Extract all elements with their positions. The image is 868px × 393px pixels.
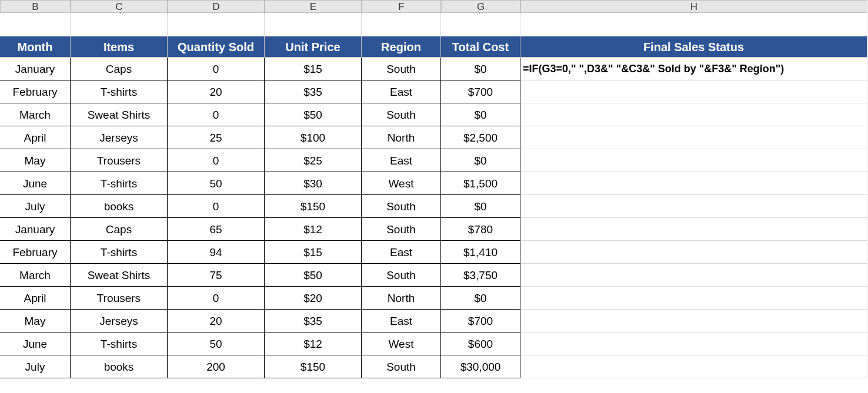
unit-price-cell[interactable]: $25 (265, 149, 362, 172)
items-cell[interactable]: Sweat Shirts (71, 103, 168, 126)
header-items[interactable]: Items (71, 36, 168, 58)
header-quantity[interactable]: Quantity Sold (168, 36, 265, 58)
total-cost-cell[interactable]: $3,750 (441, 264, 520, 287)
month-cell[interactable]: June (0, 332, 71, 355)
quantity-cell[interactable]: 75 (168, 264, 265, 287)
region-cell[interactable]: West (362, 172, 441, 195)
header-month[interactable]: Month (0, 36, 71, 58)
status-cell[interactable] (520, 310, 867, 332)
total-cost-cell[interactable]: $30,000 (441, 355, 520, 378)
unit-price-cell[interactable]: $150 (265, 195, 362, 218)
status-cell[interactable] (520, 218, 867, 241)
total-cost-cell[interactable]: $0 (441, 287, 520, 310)
items-cell[interactable]: Sweat Shirts (71, 264, 168, 287)
status-cell[interactable] (520, 80, 867, 103)
region-cell[interactable]: East (362, 310, 441, 332)
items-cell[interactable]: Trousers (71, 149, 168, 172)
region-cell[interactable]: East (362, 241, 441, 264)
month-cell[interactable]: March (0, 264, 71, 287)
month-cell[interactable]: April (0, 126, 71, 149)
quantity-cell[interactable]: 25 (168, 126, 265, 149)
quantity-cell[interactable]: 20 (168, 310, 265, 332)
status-cell[interactable] (520, 126, 867, 149)
quantity-cell[interactable]: 0 (168, 287, 265, 310)
col-header-d[interactable]: D (168, 0, 265, 13)
total-cost-cell[interactable]: $700 (441, 80, 520, 103)
region-cell[interactable]: West (362, 332, 441, 355)
col-header-c[interactable]: C (71, 0, 168, 13)
status-cell[interactable] (520, 332, 867, 355)
unit-price-cell[interactable]: $12 (265, 332, 362, 355)
region-cell[interactable]: South (362, 355, 441, 378)
spreadsheet-grid[interactable]: B C D E F G H Month Items Quantity Sold … (0, 0, 868, 378)
total-cost-cell[interactable]: $0 (441, 195, 520, 218)
month-cell[interactable]: April (0, 287, 71, 310)
header-total-cost[interactable]: Total Cost (441, 36, 520, 58)
items-cell[interactable]: Trousers (71, 287, 168, 310)
items-cell[interactable]: Caps (71, 58, 168, 80)
items-cell[interactable]: T-shirts (71, 80, 168, 103)
total-cost-cell[interactable]: $2,500 (441, 126, 520, 149)
items-cell[interactable]: T-shirts (71, 172, 168, 195)
empty-cell[interactable] (362, 13, 441, 36)
month-cell[interactable]: June (0, 172, 71, 195)
status-cell[interactable] (520, 149, 867, 172)
unit-price-cell[interactable]: $50 (265, 264, 362, 287)
quantity-cell[interactable]: 0 (168, 58, 265, 80)
region-cell[interactable]: South (362, 58, 441, 80)
unit-price-cell[interactable]: $12 (265, 218, 362, 241)
total-cost-cell[interactable]: $1,500 (441, 172, 520, 195)
month-cell[interactable]: May (0, 310, 71, 332)
region-cell[interactable]: East (362, 80, 441, 103)
empty-cell[interactable] (441, 13, 520, 36)
region-cell[interactable]: South (362, 218, 441, 241)
month-cell[interactable]: February (0, 80, 71, 103)
col-header-f[interactable]: F (362, 0, 441, 13)
empty-cell[interactable] (520, 13, 867, 36)
col-header-h[interactable]: H (520, 0, 867, 13)
month-cell[interactable]: March (0, 103, 71, 126)
quantity-cell[interactable]: 50 (168, 332, 265, 355)
header-status[interactable]: Final Sales Status (520, 36, 867, 58)
region-cell[interactable]: East (362, 149, 441, 172)
total-cost-cell[interactable]: $0 (441, 58, 520, 80)
quantity-cell[interactable]: 94 (168, 241, 265, 264)
status-cell[interactable] (520, 241, 867, 264)
region-cell[interactable]: North (362, 287, 441, 310)
empty-cell[interactable] (0, 13, 71, 36)
col-header-g[interactable]: G (441, 0, 520, 13)
unit-price-cell[interactable]: $20 (265, 287, 362, 310)
unit-price-cell[interactable]: $150 (265, 355, 362, 378)
total-cost-cell[interactable]: $0 (441, 103, 520, 126)
status-cell[interactable] (520, 355, 867, 378)
status-cell[interactable] (520, 195, 867, 218)
unit-price-cell[interactable]: $15 (265, 58, 362, 80)
unit-price-cell[interactable]: $35 (265, 310, 362, 332)
items-cell[interactable]: books (71, 355, 168, 378)
empty-cell[interactable] (265, 13, 362, 36)
quantity-cell[interactable]: 20 (168, 80, 265, 103)
month-cell[interactable]: July (0, 355, 71, 378)
region-cell[interactable]: South (362, 264, 441, 287)
quantity-cell[interactable]: 65 (168, 218, 265, 241)
total-cost-cell[interactable]: $0 (441, 149, 520, 172)
region-cell[interactable]: North (362, 126, 441, 149)
unit-price-cell[interactable]: $15 (265, 241, 362, 264)
month-cell[interactable]: July (0, 195, 71, 218)
unit-price-cell[interactable]: $100 (265, 126, 362, 149)
status-cell[interactable] (520, 172, 867, 195)
status-cell[interactable] (520, 287, 867, 310)
col-header-b[interactable]: B (0, 0, 71, 13)
unit-price-cell[interactable]: $35 (265, 80, 362, 103)
items-cell[interactable]: books (71, 195, 168, 218)
total-cost-cell[interactable]: $1,410 (441, 241, 520, 264)
month-cell[interactable]: February (0, 241, 71, 264)
region-cell[interactable]: South (362, 195, 441, 218)
empty-cell[interactable] (168, 13, 265, 36)
month-cell[interactable]: January (0, 218, 71, 241)
quantity-cell[interactable]: 50 (168, 172, 265, 195)
status-cell[interactable]: =IF(G3=0," ",D3&" "&C3&" Sold by "&F3&" … (520, 58, 867, 80)
col-header-e[interactable]: E (265, 0, 362, 13)
empty-cell[interactable] (71, 13, 168, 36)
status-cell[interactable] (520, 103, 867, 126)
